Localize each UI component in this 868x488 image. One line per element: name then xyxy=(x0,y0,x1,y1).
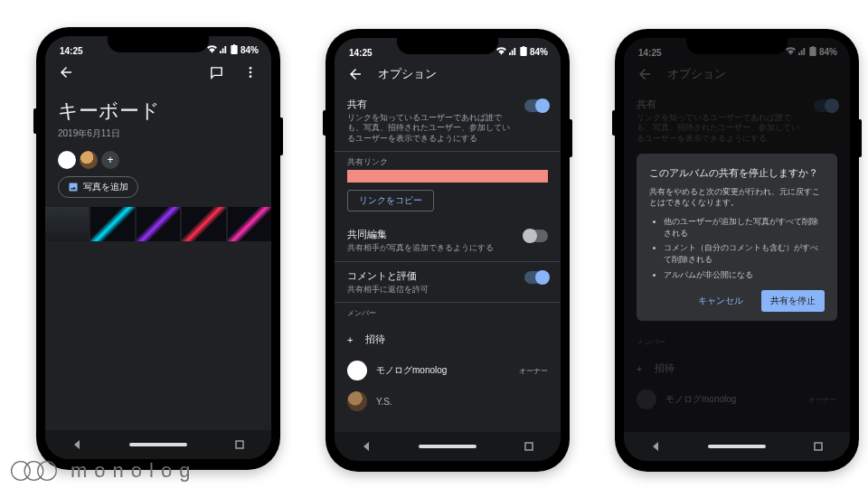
status-battery-pct: 84% xyxy=(241,45,259,55)
copy-link-button[interactable]: リンクをコピー xyxy=(347,190,434,211)
nav-home-pill[interactable] xyxy=(129,443,187,446)
android-nav-bar xyxy=(45,430,271,459)
svg-point-8 xyxy=(38,462,57,481)
status-right: 84% xyxy=(496,46,548,58)
signal-icon xyxy=(509,47,517,57)
members-header: メンバー xyxy=(335,303,561,324)
back-icon[interactable] xyxy=(54,61,78,84)
svg-point-1 xyxy=(250,71,252,74)
thumbnail[interactable] xyxy=(182,207,225,241)
svg-point-2 xyxy=(250,75,252,78)
logo-text: monolog xyxy=(71,459,197,483)
option-title: 共有 xyxy=(347,98,515,111)
battery-icon xyxy=(231,44,238,56)
avatar[interactable] xyxy=(80,151,98,169)
toggle-share[interactable] xyxy=(524,99,548,112)
dialog-bullet: 他のユーザーが追加した写真がすべて削除される xyxy=(664,216,825,239)
page-title: オプション xyxy=(378,66,437,82)
avatar xyxy=(347,361,367,380)
thumbnail[interactable] xyxy=(45,207,89,241)
option-title: コメントと評価 xyxy=(347,269,515,283)
phone-album: 14:25 84% xyxy=(36,27,280,470)
nav-recent-icon[interactable] xyxy=(523,440,535,453)
svg-rect-4 xyxy=(525,443,533,450)
avatar xyxy=(347,391,367,411)
cancel-button[interactable]: キャンセル xyxy=(689,290,752,312)
thumbnail[interactable] xyxy=(90,207,134,241)
battery-icon xyxy=(520,46,527,58)
thumbnail[interactable] xyxy=(228,207,271,241)
section-share-link: 共有リンク xyxy=(335,152,561,170)
add-photos-chip[interactable]: 写真を追加 xyxy=(58,176,138,198)
share-link-highlight xyxy=(347,170,548,183)
toggle-coedit[interactable] xyxy=(524,230,548,242)
svg-rect-5 xyxy=(815,443,822,450)
album-date: 2019年6月11日 xyxy=(58,127,259,140)
stop-sharing-dialog: このアルバムの共有を停止しますか？ 共有をやめると次の変更が行われ、元に戻すこと… xyxy=(637,154,837,321)
app-bar: オプション xyxy=(335,58,561,90)
option-title: 共同編集 xyxy=(347,228,515,241)
nav-back-icon[interactable] xyxy=(360,440,373,453)
dialog-title: このアルバムの共有を停止しますか？ xyxy=(649,166,825,180)
notch xyxy=(108,36,209,52)
album-title: キーボード xyxy=(58,98,259,125)
dialog-lead: 共有をやめると次の変更が行われ、元に戻すことはできなくなります。 xyxy=(649,187,825,209)
thumbnail[interactable] xyxy=(137,207,180,241)
option-share[interactable]: 共有 リンクを知っているユーザーであれば誰でも、写真、招待されたユーザー、参加し… xyxy=(335,90,561,152)
wifi-icon xyxy=(207,45,217,55)
dialog-bullets: 他のユーザーが追加した写真がすべて削除される コメント（自分のコメントも含む）が… xyxy=(649,216,825,281)
member-name: モノログmonolog xyxy=(376,364,447,377)
option-sub: リンクを知っているユーザーであれば誰でも、写真、招待されたユーザー、参加している… xyxy=(347,113,515,144)
nav-home-pill[interactable] xyxy=(708,445,766,448)
nav-back-icon[interactable] xyxy=(71,438,83,451)
album-header: キーボード 2019年6月11日 xyxy=(45,89,271,145)
monolog-logo: monolog xyxy=(9,459,197,483)
phone-options-dialog: 14:25 84% オプション 共有 xyxy=(615,29,859,472)
wifi-icon xyxy=(496,47,506,57)
toggle-comments[interactable] xyxy=(524,271,548,284)
share-link-row: リンクをコピー xyxy=(335,170,561,221)
add-person-button[interactable]: + xyxy=(101,151,119,169)
add-photos-label: 写真を追加 xyxy=(83,181,128,193)
option-coedit[interactable]: 共同編集 共有相手が写真を追加できるようにする xyxy=(335,221,561,261)
stop-sharing-button[interactable]: 共有を停止 xyxy=(761,290,825,312)
screen: 14:25 84% xyxy=(45,36,271,459)
invite-label: 招待 xyxy=(365,333,385,346)
dialog-actions: キャンセル 共有を停止 xyxy=(649,290,825,312)
notch xyxy=(397,38,498,54)
member-row[interactable]: モノログmonolog オーナー xyxy=(335,355,561,386)
nav-back-icon[interactable] xyxy=(649,440,662,453)
status-time: 14:25 xyxy=(349,48,373,58)
android-nav-bar xyxy=(335,432,561,461)
status-right: 84% xyxy=(207,44,259,56)
member-name: Y.S. xyxy=(376,397,392,407)
nav-recent-icon[interactable] xyxy=(233,438,246,451)
app-bar xyxy=(45,56,271,89)
signal-icon xyxy=(220,45,228,55)
thumbnail-strip xyxy=(45,207,271,241)
back-icon[interactable] xyxy=(344,62,367,86)
dialog-bullet: アルバムが非公開になる xyxy=(664,269,825,281)
status-battery-pct: 84% xyxy=(530,47,548,57)
add-photo-icon xyxy=(68,182,79,192)
logo-icon xyxy=(9,459,63,483)
nav-home-pill[interactable] xyxy=(419,445,476,448)
avatar[interactable] xyxy=(58,151,76,169)
comment-icon[interactable] xyxy=(204,61,228,84)
android-nav-bar xyxy=(624,432,850,461)
dialog-bullet: コメント（自分のコメントも含む）がすべて削除される xyxy=(664,242,825,266)
invite-row[interactable]: + 招待 xyxy=(335,324,561,355)
nav-recent-icon[interactable] xyxy=(812,440,825,453)
screen: 14:25 84% オプション 共有 xyxy=(624,38,850,461)
more-icon[interactable] xyxy=(239,61,262,84)
plus-icon: + xyxy=(347,334,353,345)
avatar-row: + xyxy=(45,145,271,176)
phone-options: 14:25 84% オプション 共有 リンクを知っているユーザーであれば誰でも、… xyxy=(326,29,570,472)
member-row[interactable]: Y.S. xyxy=(335,386,561,417)
status-time: 14:25 xyxy=(60,46,83,56)
option-comments[interactable]: コメントと評価 共有相手に返信を許可 xyxy=(335,262,561,303)
owner-badge: オーナー xyxy=(519,366,548,376)
option-sub: 共有相手が写真を追加できるようにする xyxy=(347,243,515,253)
screen: 14:25 84% オプション 共有 リンクを知っているユーザーであれば誰でも、… xyxy=(335,38,561,461)
svg-rect-3 xyxy=(236,441,243,448)
